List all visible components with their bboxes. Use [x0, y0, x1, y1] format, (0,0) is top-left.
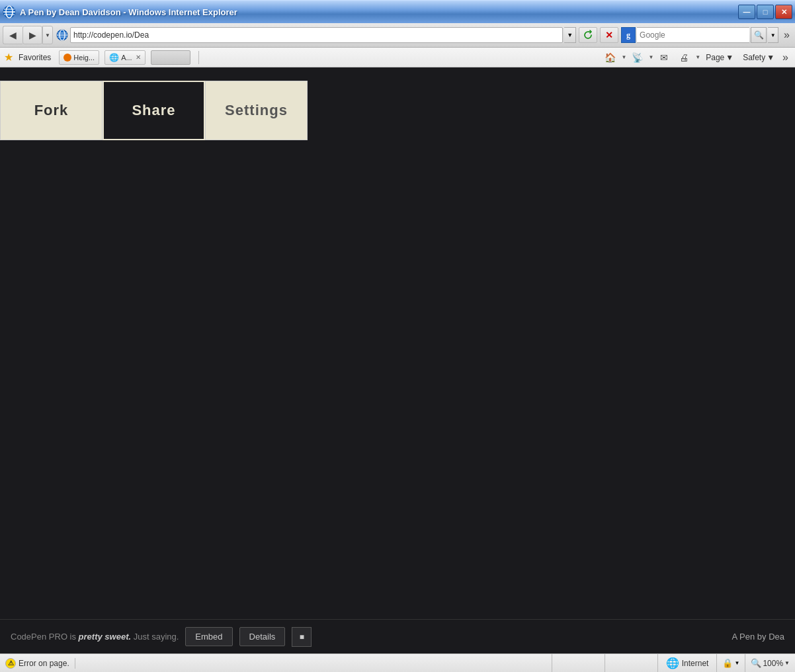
share-button[interactable]: Share: [103, 81, 205, 140]
page-label: Page: [706, 53, 724, 62]
codepen-action-buttons: Fork Share Settings: [0, 81, 795, 140]
more-tools-button[interactable]: »: [781, 29, 792, 41]
nav-toolbar: ◀ ▶ ▼ ▼: [0, 23, 795, 48]
favorites-bar: ★ Favorites Heig... 🌐 A... ✕ 🏠 ▼ 📡 ▼ ✉ 🖨: [0, 48, 795, 67]
favorites-tab1-button[interactable]: Heig...: [59, 50, 99, 65]
window-controls: — □ ✕: [738, 5, 792, 19]
tab2-label: A...: [121, 54, 132, 62]
zoom-icon: 🔍: [751, 658, 761, 668]
print-button[interactable]: 🖨: [675, 50, 693, 65]
feeds-button[interactable]: 📡: [628, 50, 646, 65]
pro-text: CodePen PRO is pretty sweet. Just saying…: [11, 632, 179, 642]
codepen-bottom-bar: CodePen PRO is pretty sweet. Just saying…: [0, 619, 795, 653]
favorites-label: Favorites: [19, 53, 51, 62]
close-button[interactable]: ✕: [775, 5, 792, 19]
search-input[interactable]: [637, 27, 749, 43]
back-forward-group: ◀ ▶ ▼: [3, 26, 53, 44]
stop-button[interactable]: ✕: [600, 27, 618, 43]
main-content-area: Fork Share Settings CodePen PRO is prett…: [0, 67, 795, 653]
window-title: A Pen by Dean Davidson - Windows Interne…: [20, 7, 237, 17]
page-button[interactable]: Page ▼: [702, 52, 737, 63]
square-icon: ■: [300, 632, 304, 642]
tab1-dot-icon: [63, 54, 71, 62]
mail-button[interactable]: ✉: [655, 50, 673, 65]
lock-icon: 🔒: [722, 658, 733, 668]
share-label: Share: [132, 102, 175, 119]
details-button[interactable]: Details: [239, 627, 286, 646]
settings-button[interactable]: Settings: [205, 81, 308, 140]
refresh-button[interactable]: [579, 27, 597, 43]
address-icon: [56, 28, 69, 42]
tab1-label: Heig...: [73, 54, 95, 62]
status-error-section: ⚠ Error on page.: [0, 658, 75, 669]
search-engine-icon: g: [621, 27, 636, 43]
maximize-button[interactable]: □: [757, 5, 774, 19]
status-spacer2: [552, 654, 605, 672]
zone-globe-icon: 🌐: [666, 657, 679, 669]
ie-status-bar: ⚠ Error on page. 🌐 Internet 🔒 ▼ 🔍 100% ▼: [0, 653, 795, 672]
status-zoom-section: 🔍 100% ▼: [745, 658, 795, 668]
feeds-dropdown-icon: ▼: [648, 54, 653, 60]
favorites-tab2-button[interactable]: 🌐 A... ✕: [105, 50, 146, 65]
forward-button[interactable]: ▶: [22, 26, 42, 44]
details-label: Details: [249, 632, 276, 642]
minimize-button[interactable]: —: [738, 5, 755, 19]
error-icon: ⚠: [5, 658, 16, 669]
back-button[interactable]: ◀: [3, 26, 22, 44]
page-dropdown-icon: ▼: [726, 53, 733, 62]
empty-tab[interactable]: [151, 50, 190, 65]
ie-icon: [3, 5, 16, 19]
search-bar: g 🔍 ▼: [621, 27, 778, 43]
favorites-separator: [198, 51, 199, 64]
fork-button[interactable]: Fork: [0, 81, 103, 140]
pen-by-text: A Pen by Dea: [732, 632, 784, 642]
pro-text-plain: CodePen PRO is: [11, 632, 79, 642]
title-bar: A Pen by Dean Davidson - Windows Interne…: [0, 0, 795, 23]
safety-button[interactable]: Safety ▼: [739, 52, 778, 63]
pro-text-bold: pretty sweet.: [79, 632, 131, 642]
address-input[interactable]: [70, 27, 563, 43]
status-spacer3: [605, 654, 658, 672]
print-dropdown-icon: ▼: [695, 54, 700, 60]
embed-button[interactable]: Embed: [185, 627, 232, 646]
fork-label: Fork: [34, 102, 69, 119]
safety-dropdown-icon: ▼: [767, 53, 774, 62]
pen-by-label: A Pen by: [732, 632, 769, 642]
tab2-close-button[interactable]: ✕: [136, 54, 141, 61]
security-dropdown-icon[interactable]: ▼: [734, 660, 739, 666]
pen-author: Dea: [769, 632, 784, 642]
address-bar-container: ▼: [56, 27, 576, 43]
pro-text-suffix: Just saying.: [131, 632, 179, 642]
favorites-star-icon: ★: [4, 51, 13, 63]
settings-label: Settings: [225, 102, 288, 119]
zoom-dropdown-icon[interactable]: ▼: [784, 660, 790, 666]
home-button[interactable]: 🏠: [601, 50, 619, 65]
safety-label: Safety: [743, 53, 765, 62]
tab2-globe-icon: 🌐: [109, 53, 119, 62]
toolbar-more-button[interactable]: »: [780, 52, 791, 63]
zone-label: Internet: [682, 659, 709, 668]
search-go-button[interactable]: 🔍: [751, 27, 767, 43]
status-spacer: [75, 654, 552, 672]
error-label: Error on page.: [19, 659, 69, 668]
embed-label: Embed: [195, 632, 222, 642]
zoom-level: 100%: [763, 659, 783, 668]
search-dropdown-button[interactable]: ▼: [768, 27, 778, 43]
nav-dropdown-button[interactable]: ▼: [42, 26, 53, 44]
home-dropdown-icon: ▼: [621, 54, 626, 60]
status-zone-section: 🌐 Internet: [658, 654, 718, 672]
status-security-section: 🔒 ▼: [717, 654, 745, 672]
address-dropdown-button[interactable]: ▼: [564, 27, 576, 43]
toolbar-right-buttons: 🏠 ▼ 📡 ▼ ✉ 🖨 ▼ Page ▼ Safety ▼ »: [601, 50, 791, 65]
view-toggle-button[interactable]: ■: [292, 627, 312, 647]
